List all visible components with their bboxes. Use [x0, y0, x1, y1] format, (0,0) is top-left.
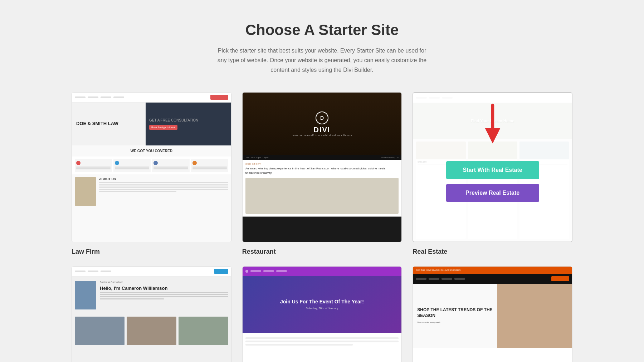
port-nav-btn [214, 269, 228, 274]
rest-body-text: An award-winning dining experience in th… [245, 167, 399, 175]
rest-logo-tagline: Immerse yourself in a world of culinary … [292, 134, 352, 136]
lf-nav-btn [210, 95, 228, 100]
about-line-4 [99, 189, 228, 190]
event-nav-item1 [250, 270, 261, 272]
lf-feature-line-4b [192, 168, 227, 169]
event-body [243, 333, 402, 350]
rest-img-placeholder [245, 178, 399, 214]
restaurant-thumbnail[interactable]: D DIVI Immerse yourself in a world of cu… [242, 92, 402, 242]
card-law-firm: DOE & SMITH LAW GET A FREE CONSULTATION … [72, 92, 231, 256]
lf-hero-subtitle: GET A FREE CONSULTATION [149, 118, 228, 122]
event-body-line2 [245, 341, 399, 342]
real-estate-overlay: Start With Real Estate Preview Real Esta… [413, 93, 572, 242]
port-line-3 [100, 296, 228, 297]
rest-info-location: San Francisco, CA [381, 157, 399, 159]
port-hero: Business Consultant Hello, I'm Cameron W… [72, 277, 231, 314]
lf-feature-icon-3 [153, 161, 158, 165]
lf-feature-icon-4 [192, 161, 197, 165]
lf-about-text-block: ABOUT US [99, 177, 228, 206]
fashion-nav-item1 [429, 278, 439, 280]
law-firm-label: Law Firm [72, 248, 231, 256]
fashion-hero: SHOP THE LATEST TRENDS OF THE SEASON New… [413, 284, 572, 348]
law-firm-thumbnail[interactable]: DOE & SMITH LAW GET A FREE CONSULTATION … [72, 92, 231, 242]
rest-hero: D DIVI Immerse yourself in a world of cu… [243, 93, 402, 155]
lf-feature-icon-2 [115, 161, 119, 165]
event-preview: Join Us For The Event Of The Year! Satur… [243, 267, 402, 362]
port-role: Business Consultant [100, 281, 228, 283]
event-body-line3 [245, 344, 353, 346]
event-nav-item3 [276, 270, 287, 272]
fashion-nav [413, 274, 572, 284]
lf-nav-logo [75, 96, 86, 98]
lf-cta-btn: Book An Appointment [149, 125, 177, 130]
port-name: Hello, I'm Cameron Williamson [100, 286, 228, 291]
page-container: Choose A Starter Site Pick the starter s… [0, 0, 644, 362]
fashion-top-bar: FOR THE NEW SEASON ALL ACCESSORIES [413, 267, 572, 274]
real-estate-thumbnail[interactable]: Find Your Dream Home $450,000 [413, 92, 572, 242]
lf-nav-item1 [88, 96, 98, 98]
port-intro: Business Consultant Hello, I'm Cameron W… [100, 281, 228, 301]
event-thumbnail[interactable]: Join Us For The Event Of The Year! Satur… [242, 266, 402, 362]
event-hero-text: Join Us For The Event Of The Year! Satur… [277, 295, 367, 313]
about-line-1 [99, 182, 228, 183]
lf-hero-right: GET A FREE CONSULTATION Book An Appointm… [146, 103, 231, 145]
port-header [72, 267, 231, 277]
start-with-real-estate-button[interactable]: Start With Real Estate [446, 161, 539, 179]
port-line-2 [100, 294, 228, 295]
port-work-1 [75, 317, 125, 345]
rest-hero-bg: D DIVI Immerse yourself in a world of cu… [243, 93, 402, 155]
lf-feature-icon-1 [76, 161, 80, 165]
rest-info-hours: Tue - Sun: 12pm - 10pm [245, 157, 269, 159]
event-hero-sub: Saturday, 28th of January [280, 307, 364, 310]
rest-body: Our Story An award-winning dining experi… [243, 160, 402, 217]
fashion-top-text: FOR THE NEW SEASON ALL ACCESSORIES [416, 269, 460, 271]
lf-nav-item3 [113, 96, 124, 98]
page-description: Pick the starter site that best suits yo… [215, 46, 429, 75]
port-work-2 [127, 317, 176, 345]
lf-hero: DOE & SMITH LAW GET A FREE CONSULTATION … [72, 103, 231, 145]
port-nav-item1 [88, 271, 98, 272]
port-work-3 [179, 317, 228, 345]
rest-logo: D DIVI Immerse yourself in a world of cu… [292, 111, 352, 136]
about-line-2 [99, 184, 228, 185]
about-line-3 [99, 187, 228, 188]
fashion-nav-logo [416, 278, 426, 280]
preview-real-estate-button[interactable]: Preview Real Estate [446, 184, 539, 202]
lf-feature-line-3a [153, 167, 188, 168]
event-hero: Join Us For The Event Of The Year! Satur… [243, 276, 402, 333]
card-real-estate: Find Your Dream Home $450,000 [413, 92, 572, 256]
lf-feature-2 [113, 159, 151, 172]
event-nav-logo [245, 270, 248, 273]
portfolio-thumbnail[interactable]: Business Consultant Hello, I'm Cameron W… [72, 266, 231, 362]
lf-nav [72, 93, 231, 103]
law-firm-preview: DOE & SMITH LAW GET A FREE CONSULTATION … [72, 93, 231, 242]
fashion-thumbnail[interactable]: FOR THE NEW SEASON ALL ACCESSORIES SHOP … [413, 266, 572, 362]
lf-feature-line-3b [153, 168, 188, 169]
event-nav [243, 267, 402, 276]
rest-logo-title: DIVI [292, 126, 352, 134]
port-line-4 [100, 298, 164, 299]
page-title: Choose A Starter Site [72, 21, 572, 39]
lf-feature-1 [75, 159, 112, 172]
event-hero-title: Join Us For The Event Of The Year! [280, 299, 364, 304]
lf-about-title: ABOUT US [99, 177, 228, 181]
fashion-nav-item2 [441, 278, 452, 280]
lf-feature-line-1a [76, 167, 111, 168]
fashion-hero-img [497, 284, 572, 348]
fashion-nav-item3 [454, 278, 465, 280]
fashion-preview: FOR THE NEW SEASON ALL ACCESSORIES SHOP … [413, 267, 572, 362]
fashion-hero-text-side: SHOP THE LATEST TRENDS OF THE SEASON New… [413, 284, 497, 348]
event-body-line1 [245, 337, 399, 339]
port-nav-logo [75, 271, 86, 272]
lf-section-title: WE GOT YOU COVERED [72, 145, 231, 157]
restaurant-preview: D DIVI Immerse yourself in a world of cu… [243, 93, 402, 242]
svg-marker-1 [485, 128, 500, 143]
lf-feature-line-1b [76, 168, 111, 169]
header-section: Choose A Starter Site Pick the starter s… [72, 21, 572, 75]
card-portfolio: Business Consultant Hello, I'm Cameron W… [72, 266, 231, 362]
rest-logo-letter: D [320, 115, 324, 121]
lf-feature-4 [191, 159, 228, 172]
lf-about-lines [99, 182, 228, 192]
fashion-hero-sub: New arrivals every week [417, 321, 492, 324]
port-nav-item2 [101, 271, 111, 272]
